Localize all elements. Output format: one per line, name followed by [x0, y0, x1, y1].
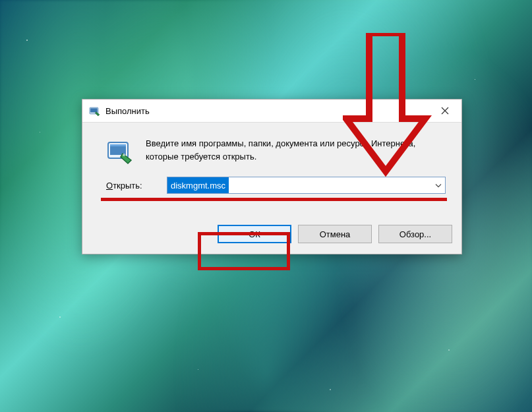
run-icon [89, 105, 100, 117]
prompt-text: Введите имя программы, папки, документа … [146, 137, 450, 163]
ok-button[interactable]: ОК [218, 225, 291, 243]
open-input[interactable] [167, 177, 446, 194]
close-button[interactable] [429, 100, 461, 123]
svg-rect-4 [110, 144, 126, 146]
dialog-title: Выполнить [105, 106, 429, 116]
close-icon [441, 107, 449, 115]
titlebar[interactable]: Выполнить [82, 100, 461, 123]
svg-point-5 [123, 154, 125, 156]
cancel-button[interactable]: Отмена [298, 225, 372, 243]
run-dialog: Выполнить Введите имя программы, папки, … [82, 99, 462, 254]
button-row: ОК Отмена Обзор... [82, 213, 461, 254]
open-combobox[interactable]: diskmgmt.msc [167, 177, 446, 194]
browse-button[interactable]: Обзор... [378, 225, 452, 243]
run-large-icon [106, 138, 133, 165]
annotation-underline [101, 198, 447, 201]
dialog-body: Введите имя программы, папки, документа … [82, 123, 461, 213]
open-label: Открыть: [106, 181, 159, 191]
